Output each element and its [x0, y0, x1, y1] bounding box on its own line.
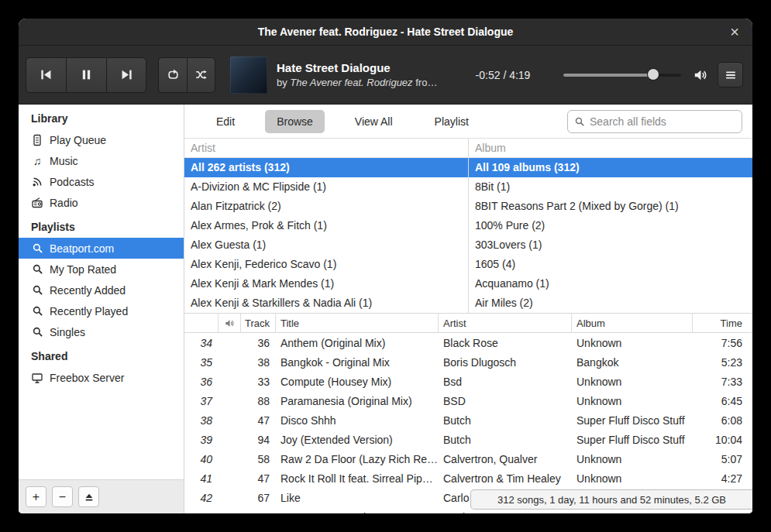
row-number: 43	[184, 511, 218, 514]
track-time: 6:45	[692, 395, 752, 407]
seek-slider[interactable]	[563, 68, 681, 82]
search-playlist-icon	[31, 305, 43, 317]
search-playlist-icon	[31, 284, 43, 297]
sidebar-item-label: Beatport.com	[50, 242, 114, 255]
sidebar-item-radio[interactable]: Radio	[19, 192, 184, 213]
album-row[interactable]: 1605 (4)	[469, 255, 752, 274]
track-artist: Butch	[438, 414, 571, 427]
track-artist: Calvertron & Tim Healey	[438, 472, 571, 485]
track-row[interactable]: 4147Rock It Roll It feat. Sirreal Pip…Ca…	[184, 469, 752, 488]
server-icon	[31, 372, 43, 384]
repeat-button[interactable]	[158, 57, 187, 93]
track-column-header[interactable]: Track	[240, 314, 275, 332]
row-number: 40	[184, 453, 218, 465]
track-number: 38	[240, 356, 275, 369]
tab-playlist[interactable]: Playlist	[423, 110, 480, 133]
next-button[interactable]	[106, 57, 146, 93]
screen-background: The Avener feat. Rodriguez - Hate Street…	[0, 0, 771, 532]
player-toolbar: Hate Street Dialogue by The Avener feat.…	[19, 46, 752, 105]
track-number: 88	[240, 395, 275, 407]
album-row[interactable]: Acquanamo (1)	[469, 274, 752, 293]
album-row[interactable]: 100% Pure (2)	[469, 216, 752, 235]
album-row[interactable]: Air Miles (2)	[469, 293, 752, 313]
podcast-icon	[31, 176, 43, 188]
seek-handle[interactable]	[647, 68, 659, 81]
artist-row[interactable]: Alex Kenji, Federico Scavo (1)	[184, 255, 468, 274]
search-input[interactable]	[590, 115, 735, 128]
close-button[interactable]: ×	[725, 22, 745, 42]
track-title: You Got Me Burning Up - Sup…	[275, 511, 438, 514]
track-list: Track Title Artist Album Time 3436Anthem…	[184, 314, 752, 513]
sidebar-item-play-queue[interactable]: Play Queue	[19, 129, 184, 150]
speaker-icon	[224, 318, 236, 328]
title-column-header[interactable]: Title	[275, 314, 438, 332]
add-playlist-button[interactable]: +	[26, 486, 46, 507]
album-column-header[interactable]: Album	[469, 139, 752, 158]
search-playlist-icon	[31, 242, 43, 255]
volume-button[interactable]	[690, 65, 711, 85]
track-row[interactable]: 3633Compute (Housey Mix)BsdUnknown7:33	[184, 372, 752, 391]
close-icon: ×	[730, 23, 739, 40]
sidebar-header-playlists: Playlists	[19, 213, 184, 238]
album-row[interactable]: All 109 albums (312)	[469, 158, 752, 177]
playing-column-header[interactable]	[218, 314, 240, 332]
artist-row[interactable]: Alex Kenji & Starkillers & Nadia Ali (1)	[184, 293, 468, 313]
artist-row[interactable]: Alex Armes, Prok & Fitch (1)	[184, 216, 468, 235]
track-row[interactable]: 3538Bangkok - Original MixBoris Dlugosch…	[184, 352, 752, 372]
eject-button[interactable]	[78, 486, 99, 507]
sidebar-item-my-top-rated[interactable]: My Top Rated	[19, 259, 184, 280]
artist-row[interactable]: Alex Guesta (1)	[184, 235, 468, 255]
previous-button[interactable]	[26, 57, 66, 93]
sidebar-item-label: Recently Played	[50, 305, 128, 317]
artist-pane: Artist All 262 artists (312) A-Divizion …	[184, 139, 468, 313]
seek-trough[interactable]	[563, 74, 681, 77]
minus-icon: −	[59, 490, 66, 504]
track-row[interactable]: 4058Raw 2 Da Floor (Lazy Rich Re…Calvert…	[184, 449, 752, 469]
sidebar-item-podcasts[interactable]: Podcasts	[19, 171, 184, 192]
search-box[interactable]	[567, 110, 742, 133]
track-number: 36	[240, 337, 275, 349]
artist-row[interactable]: All 262 artists (312)	[184, 158, 468, 177]
track-time: 7:56	[692, 337, 752, 349]
sidebar-item-recently-played[interactable]: Recently Played	[19, 300, 184, 321]
tab-edit[interactable]: Edit	[205, 110, 246, 133]
track-title: Bangkok - Original Mix	[275, 356, 438, 369]
album-row[interactable]: 303Lovers (1)	[469, 235, 752, 255]
sidebar-item-recently-added[interactable]: Recently Added	[19, 280, 184, 300]
sidebar-item-label: Play Queue	[50, 134, 106, 146]
sidebar-item-music[interactable]: ♫ Music	[19, 150, 184, 171]
artist-row[interactable]: Alex Kenji & Mark Mendes (1)	[184, 274, 468, 293]
sidebar-item-beatport[interactable]: Beatport.com	[19, 238, 184, 259]
artist-column-header[interactable]: Artist	[438, 314, 571, 332]
track-number: 47	[240, 472, 275, 485]
album-column-header[interactable]: Album	[571, 314, 692, 332]
track-row[interactable]: 3436Anthem (Original Mix)Black RoseUnkno…	[184, 333, 752, 352]
track-row[interactable]: 3788Paramanesia (Original Mix)BSDUnknown…	[184, 391, 752, 410]
track-album: Unknown	[571, 453, 692, 465]
pause-button[interactable]	[66, 57, 106, 93]
time-column-header[interactable]: Time	[692, 314, 752, 332]
track-artist: Cevin	[438, 511, 571, 514]
sidebar-item-singles[interactable]: Singles	[19, 321, 184, 342]
artist-row[interactable]: A-Divizion & MC Flipside (1)	[184, 177, 468, 197]
music-note-icon: ♫	[31, 155, 43, 167]
track-number: 58	[240, 453, 275, 465]
titlebar[interactable]: The Avener feat. Rodriguez - Hate Street…	[19, 19, 752, 46]
album-row[interactable]: 8BIT Reasons Part 2 (Mixed by Gorge) (1)	[469, 197, 752, 216]
transport-controls	[26, 57, 146, 93]
track-row[interactable]: 3994Joy (Extended Version)ButchSuper Flu…	[184, 430, 752, 449]
library-browser: Artist All 262 artists (312) A-Divizion …	[184, 139, 752, 314]
tab-browse[interactable]: Browse	[265, 110, 325, 133]
shuffle-button[interactable]	[187, 57, 215, 93]
pause-icon	[80, 68, 93, 81]
remove-playlist-button[interactable]: −	[52, 486, 73, 507]
track-album: Bangkok	[571, 356, 692, 369]
album-row[interactable]: 8Bit (1)	[469, 177, 752, 197]
artist-row[interactable]: Alan Fitzpatrick (2)	[184, 197, 468, 216]
track-row[interactable]: 3847Disco ShhhButchSuper Fluff Disco Stu…	[184, 410, 752, 430]
tab-view-all[interactable]: View All	[343, 110, 404, 133]
position-column-header[interactable]	[184, 314, 218, 332]
sidebar-item-freebox-server[interactable]: Freebox Server	[19, 367, 184, 388]
menu-button[interactable]	[718, 62, 743, 88]
artist-column-header[interactable]: Artist	[184, 139, 468, 158]
